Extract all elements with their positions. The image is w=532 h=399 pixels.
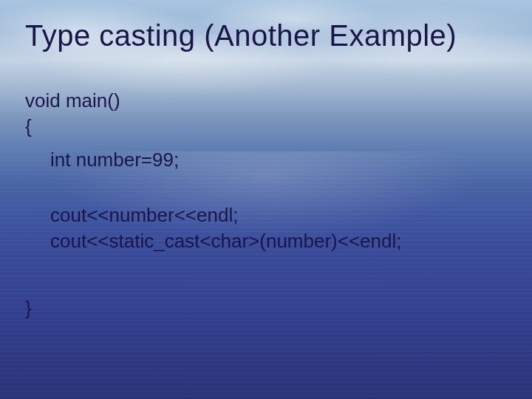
code-line-cout2: cout<<static_cast<char>(number)<<endl; — [25, 228, 507, 254]
code-line-cout1: cout<<number<<endl; — [25, 202, 507, 228]
code-line-declare: int number=99; — [25, 147, 507, 173]
slide: Type casting (Another Example) void main… — [0, 0, 532, 399]
spacer — [25, 173, 507, 202]
spacer — [25, 140, 507, 147]
spacer — [25, 254, 507, 296]
slide-title: Type casting (Another Example) — [25, 19, 507, 52]
code-line-close-brace: } — [25, 296, 507, 321]
code-line-open-brace: { — [25, 114, 507, 140]
code-line-main: void main() — [25, 88, 507, 114]
slide-content: Type casting (Another Example) void main… — [0, 0, 532, 322]
